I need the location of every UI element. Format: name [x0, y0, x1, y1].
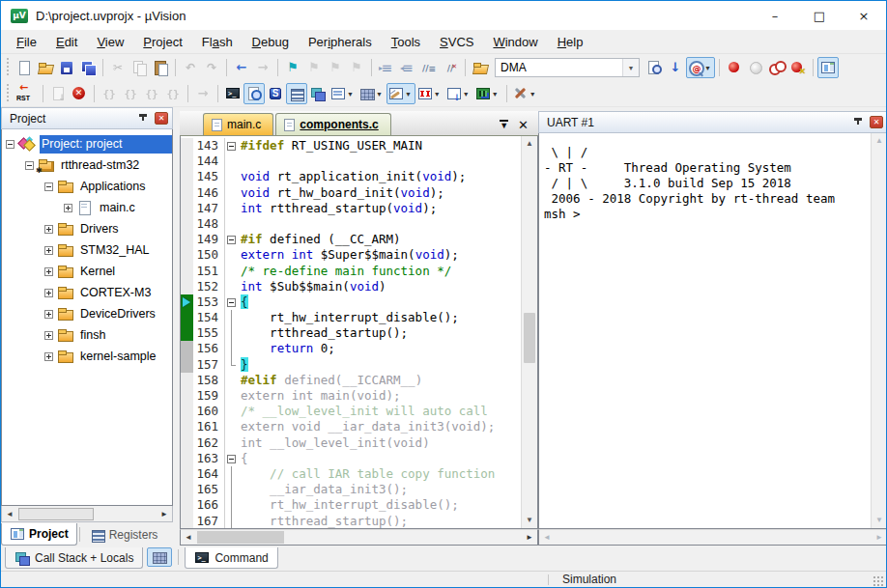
tree-item-kernel-sample[interactable]: kernel-sample: [2, 346, 172, 367]
editor-horizontal-scrollbar[interactable]: ◄ ►: [180, 529, 538, 546]
copy-icon[interactable]: [129, 57, 150, 78]
navigate-forward-icon[interactable]: [252, 57, 273, 78]
menu-help[interactable]: Help: [548, 32, 593, 52]
scroll-left-icon[interactable]: ◄: [181, 533, 196, 542]
code-editor[interactable]: 143#ifdef RT_USING_USER_MAIN144145void r…: [180, 136, 538, 529]
reset-cpu-icon[interactable]: [14, 83, 39, 104]
fold-collapse-icon[interactable]: [225, 451, 239, 466]
dropdown-caret-icon[interactable]: ▼: [346, 91, 356, 98]
collapse-icon[interactable]: [6, 140, 14, 149]
comment-icon[interactable]: [418, 57, 440, 78]
close-document-icon[interactable]: ✕: [518, 119, 529, 131]
collapse-icon[interactable]: [44, 182, 53, 191]
stop-icon[interactable]: [69, 83, 90, 104]
lookup-symbol-icon[interactable]: ▼: [686, 57, 715, 78]
dropdown-caret-icon[interactable]: ▼: [703, 65, 713, 71]
tab-registers[interactable]: Registers: [82, 523, 166, 546]
scroll-right-icon[interactable]: ►: [872, 533, 887, 542]
resize-grip[interactable]: [873, 575, 884, 587]
indent-icon[interactable]: [376, 57, 397, 78]
scroll-up-icon[interactable]: ▲: [872, 133, 887, 149]
expand-icon[interactable]: [44, 246, 53, 255]
editor-vertical-scrollbar[interactable]: ▲ ▼: [521, 136, 537, 528]
scroll-right-icon[interactable]: ►: [522, 533, 537, 542]
tree-item-applications[interactable]: Applications: [2, 176, 172, 197]
expand-icon[interactable]: [44, 352, 53, 361]
expand-icon[interactable]: [64, 204, 72, 212]
toolbox-icon[interactable]: ▼: [473, 83, 502, 104]
toolbar-grip[interactable]: [6, 58, 11, 77]
uart-vertical-scrollbar[interactable]: ▲ ▼: [871, 133, 887, 528]
serial-window-icon[interactable]: ▼: [386, 83, 415, 104]
pin-icon[interactable]: [852, 117, 864, 128]
command-window-icon[interactable]: [222, 83, 243, 104]
tab-call-stack-locals[interactable]: Call Stack + Locals: [5, 547, 143, 569]
tree-item-drivers[interactable]: Drivers: [2, 218, 172, 239]
tree-item-project-project[interactable]: Project: project: [2, 133, 172, 154]
editor-tab-main-c[interactable]: main.c: [203, 113, 273, 135]
bookmark-toggle-icon[interactable]: [282, 57, 303, 78]
run-to-cursor-icon[interactable]: [162, 83, 184, 104]
memory-window-button[interactable]: [147, 547, 172, 567]
maximize-button[interactable]: □: [797, 1, 842, 30]
menu-flash[interactable]: Flash: [192, 32, 243, 52]
disable-all-breakpoints-icon[interactable]: [766, 57, 787, 78]
menu-svcs[interactable]: SVCS: [430, 32, 483, 52]
disable-breakpoint-icon[interactable]: [745, 57, 766, 78]
bookmark-clear-icon[interactable]: [346, 57, 367, 78]
save-all-icon[interactable]: [77, 57, 99, 78]
new-file-icon[interactable]: [14, 57, 35, 78]
dropdown-caret-icon[interactable]: ▼: [529, 91, 538, 98]
expand-icon[interactable]: [44, 267, 53, 276]
combo-dropdown-icon[interactable]: ▼: [622, 59, 639, 76]
close-icon[interactable]: ✕: [155, 112, 168, 125]
flash-download-icon[interactable]: [470, 57, 491, 78]
tree-item-stm32-hal[interactable]: STM32_HAL: [2, 239, 172, 261]
scroll-thumb[interactable]: [524, 313, 535, 363]
fold-collapse-icon[interactable]: [225, 294, 239, 310]
symbol-window-icon[interactable]: [265, 83, 286, 104]
expand-icon[interactable]: [44, 310, 53, 319]
dropdown-caret-icon[interactable]: ▼: [433, 91, 443, 98]
memory-window-icon[interactable]: ▼: [358, 83, 386, 104]
redo-icon[interactable]: [201, 57, 222, 78]
menu-peripherals[interactable]: Peripherals: [299, 32, 382, 52]
panel-splitter[interactable]: [173, 107, 180, 546]
editor-tab-components-c[interactable]: components.c: [275, 113, 390, 135]
tree-item-finsh[interactable]: finsh: [2, 324, 172, 346]
minimize-button[interactable]: –: [753, 1, 797, 30]
uart-horizontal-scrollbar[interactable]: ◄ ►: [538, 529, 887, 546]
run-icon[interactable]: [47, 83, 69, 104]
tab-command[interactable]: Command: [185, 547, 277, 569]
navigate-back-icon[interactable]: [231, 57, 252, 78]
call-stack-window-icon[interactable]: [307, 83, 329, 104]
scroll-down-icon[interactable]: ▼: [522, 513, 537, 528]
project-horizontal-scrollbar[interactable]: ◄ ►: [1, 506, 173, 522]
menu-view[interactable]: View: [87, 32, 133, 52]
scroll-thumb[interactable]: [18, 508, 94, 520]
find-icon[interactable]: [665, 57, 686, 78]
paste-icon[interactable]: [150, 57, 171, 78]
watch-window-icon[interactable]: ▼: [329, 83, 358, 104]
find-in-files-icon[interactable]: [644, 57, 665, 78]
save-icon[interactable]: [56, 57, 77, 78]
tree-item-kernel[interactable]: Kernel: [2, 261, 172, 282]
system-viewer-icon[interactable]: ▼: [444, 83, 473, 104]
kill-all-breakpoints-icon[interactable]: [787, 57, 809, 78]
insert-breakpoint-icon[interactable]: [724, 57, 745, 78]
window-list-icon[interactable]: ▼: [500, 120, 508, 130]
uncomment-icon[interactable]: [440, 57, 461, 78]
menu-edit[interactable]: Edit: [46, 32, 87, 52]
dropdown-caret-icon[interactable]: ▼: [375, 91, 385, 98]
tree-item-main-c[interactable]: main.c: [2, 197, 172, 218]
tab-project[interactable]: Project: [1, 523, 77, 546]
pin-icon[interactable]: [137, 113, 149, 125]
scroll-right-icon[interactable]: ►: [157, 510, 172, 518]
menu-file[interactable]: File: [7, 32, 46, 52]
scroll-thumb[interactable]: [197, 531, 284, 544]
scroll-left-icon[interactable]: ◄: [2, 510, 17, 518]
fold-collapse-icon[interactable]: [225, 138, 239, 154]
undo-icon[interactable]: [180, 57, 201, 78]
disassembly-window-icon[interactable]: [243, 83, 265, 104]
dropdown-caret-icon[interactable]: ▼: [404, 91, 414, 98]
